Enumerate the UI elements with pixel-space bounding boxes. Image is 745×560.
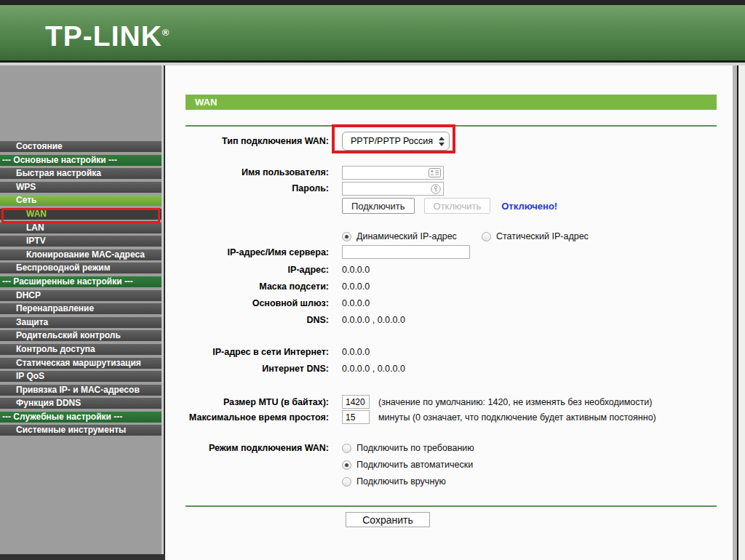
wan-type-row: Тип подключения WAN: PPTP/PPTP Россия <box>165 132 733 151</box>
wan-mode-label: Режим подключения WAN: <box>165 443 329 453</box>
sidebar-item-forwarding[interactable]: Перенаправление <box>0 303 162 314</box>
sidebar-item-wan[interactable]: WAN <box>0 209 162 220</box>
dynamic-ip-label: Динамический IP-адрес <box>356 231 457 241</box>
sidebar-item-ip-mac-binding[interactable]: Привязка IP- и MAC-адресов <box>0 385 162 396</box>
wan-mode-row-1: Режим подключения WAN: Подключить по тре… <box>165 442 733 454</box>
wan-type-selected-value: PPTP/PPTP Россия <box>351 136 439 146</box>
connect-on-demand-label: Подключить по требованию <box>356 443 474 453</box>
internet-dns-value: 0.0.0.0 , 0.0.0.0 <box>342 364 405 374</box>
static-ip-label: Статический IP-адрес <box>496 231 589 241</box>
gateway-label: Основной шлюз: <box>165 298 329 308</box>
dynamic-ip-radio[interactable] <box>342 232 351 241</box>
password-label: Пароль: <box>165 183 329 193</box>
sidebar-item-static-routing[interactable]: Статическая маршрутизация <box>0 358 162 369</box>
ip-label: IP-адрес: <box>165 265 329 275</box>
mask-label: Маска подсети: <box>165 281 329 292</box>
ip-value: 0.0.0.0 <box>342 265 370 275</box>
save-divider <box>186 505 717 507</box>
connect-button[interactable]: Подключить <box>342 198 415 214</box>
internet-dns-row: Интернет DNS: 0.0.0.0 , 0.0.0.0 <box>165 363 733 375</box>
internet-dns-label: Интернет DNS: <box>165 364 329 374</box>
sidebar-item-network[interactable]: Сеть <box>0 195 162 206</box>
server-row: IP-адрес/Имя сервера: <box>165 245 733 259</box>
contact-autofill-icon[interactable] <box>429 167 441 180</box>
sidebar-item-status[interactable]: Состояние <box>0 141 162 152</box>
sidebar-item-iptv[interactable]: IPTV <box>0 236 162 247</box>
server-label: IP-адрес/Имя сервера: <box>165 247 329 257</box>
dns-label: DNS: <box>165 315 329 325</box>
sidebar-section-advanced-settings[interactable]: --- Расширенные настройки --- <box>0 276 162 287</box>
username-label: Имя пользователя: <box>165 167 329 177</box>
top-dark-strip <box>0 0 745 5</box>
sidebar-section-basic-settings[interactable]: --- Основные настройки --- <box>0 155 162 166</box>
mask-value: 0.0.0.0 <box>342 281 370 292</box>
ip-row: IP-адрес: 0.0.0.0 <box>165 264 733 276</box>
sidebar-item-dhcp[interactable]: DHCP <box>0 290 162 301</box>
sidebar-item-lan[interactable]: LAN <box>0 223 162 233</box>
connect-automatically-label: Подключить автоматически <box>356 460 473 470</box>
tplink-logo-text: TP-LINK <box>45 20 162 52</box>
internet-ip-row: IP-адрес в сети Интернет: 0.0.0.0 <box>165 346 733 358</box>
scrollbar-track[interactable] <box>738 65 745 560</box>
disconnect-button[interactable]: Отключить <box>424 198 491 214</box>
sidebar-item-ddns[interactable]: Функция DDNS <box>0 398 162 409</box>
connect-buttons-row: Подключить Отключить Отключено! <box>165 198 733 214</box>
sidebar-item-ip-qos[interactable]: IP QoS <box>0 371 162 382</box>
save-button[interactable]: Сохранить <box>346 512 430 527</box>
dns-row: DNS: 0.0.0.0 , 0.0.0.0 <box>165 314 733 326</box>
connect-on-demand-radio[interactable] <box>342 444 351 453</box>
server-input[interactable] <box>342 245 470 259</box>
connect-manually-label: Подключить вручную <box>356 476 446 487</box>
sidebar-item-wireless[interactable]: Беспроводной режим <box>0 263 162 273</box>
static-ip-radio[interactable] <box>482 232 491 241</box>
title-divider <box>186 125 717 127</box>
wan-mode-row-2: Подключить автоматически <box>165 459 733 471</box>
connect-automatically-radio[interactable] <box>342 460 351 470</box>
sidebar-bottom-strip <box>0 554 165 560</box>
internet-ip-label: IP-адрес в сети Интернет: <box>165 347 329 357</box>
username-row: Имя пользователя: <box>165 165 733 180</box>
wan-mode-row-3: Подключить вручную <box>165 476 733 487</box>
wan-type-select[interactable]: PPTP/PPTP Россия <box>342 132 450 151</box>
password-input[interactable] <box>342 182 444 196</box>
wan-type-label: Тип подключения WAN: <box>165 136 329 146</box>
sidebar-menu: Состояние --- Основные настройки --- Быс… <box>0 141 162 439</box>
tplink-logo: TP-LINK® <box>45 20 170 52</box>
sidebar-section-service-settings[interactable]: --- Служебные настройки --- <box>0 412 162 423</box>
registered-mark: ® <box>162 27 170 38</box>
sidebar-item-system-tools[interactable]: Системные инструменты <box>0 425 162 436</box>
main-content: WAN Тип подключения WAN: PPTP/PPTP Росси… <box>165 65 733 560</box>
sidebar: Состояние --- Основные настройки --- Быс… <box>0 65 162 554</box>
header-banner: TP-LINK® <box>0 5 745 60</box>
idle-time-label: Максимальное время простоя: <box>165 412 329 423</box>
router-admin-page: TP-LINK® Состояние --- Основные настройк… <box>0 0 745 560</box>
sidebar-item-parental-control[interactable]: Родительский контроль <box>0 330 162 341</box>
mtu-label: Размер MTU (в байтах): <box>165 397 329 407</box>
mtu-note: (значение по умолчанию: 1420, не изменят… <box>378 397 652 407</box>
connection-status: Отключено! <box>501 201 557 212</box>
mask-row: Маска подсети: 0.0.0.0 <box>165 281 733 292</box>
gateway-value: 0.0.0.0 <box>342 298 370 308</box>
sidebar-item-quick-setup[interactable]: Быстрая настройка <box>0 168 162 179</box>
password-key-icon[interactable] <box>431 184 441 197</box>
idle-time-note: минуты (0 означает, что подключение буде… <box>378 412 656 423</box>
mtu-row: Размер MTU (в байтах): (значение по умол… <box>165 395 733 409</box>
connect-manually-radio[interactable] <box>342 477 351 487</box>
sidebar-item-wps[interactable]: WPS <box>0 182 162 193</box>
ip-type-row: Динамический IP-адрес Статический IP-адр… <box>165 231 733 241</box>
internet-ip-value: 0.0.0.0 <box>342 347 370 357</box>
idle-time-row: Максимальное время простоя: минуты (0 оз… <box>165 410 733 424</box>
sidebar-item-security[interactable]: Защита <box>0 317 162 328</box>
sidebar-item-mac-clone[interactable]: Клонирование MAC-адреса <box>0 249 162 260</box>
mtu-input[interactable] <box>342 395 370 409</box>
dns-value: 0.0.0.0 , 0.0.0.0 <box>342 315 405 325</box>
sidebar-item-access-control[interactable]: Контроль доступа <box>0 344 162 355</box>
gateway-row: Основной шлюз: 0.0.0.0 <box>165 297 733 309</box>
select-stepper-icon <box>439 137 445 146</box>
password-row: Пароль: <box>165 182 733 196</box>
page-title: WAN <box>186 95 717 110</box>
idle-time-input[interactable] <box>342 410 370 424</box>
